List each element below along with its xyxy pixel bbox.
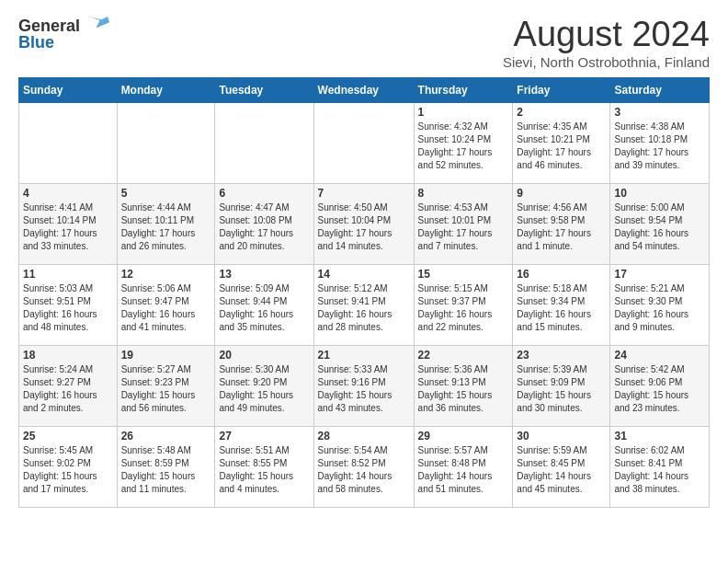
day-number: 8 xyxy=(418,187,509,200)
week-row-3: 11Sunrise: 5:03 AM Sunset: 9:51 PM Dayli… xyxy=(19,265,710,346)
day-info: Sunrise: 5:03 AM Sunset: 9:51 PM Dayligh… xyxy=(23,282,113,334)
day-info: Sunrise: 4:35 AM Sunset: 10:21 PM Daylig… xyxy=(517,121,606,172)
week-row-1: 1Sunrise: 4:32 AM Sunset: 10:24 PM Dayli… xyxy=(19,103,710,184)
day-number: 16 xyxy=(517,268,606,281)
calendar-cell: 6Sunrise: 4:47 AM Sunset: 10:08 PM Dayli… xyxy=(215,184,313,265)
day-info: Sunrise: 5:59 AM Sunset: 8:45 PM Dayligh… xyxy=(517,444,606,496)
day-number: 3 xyxy=(614,106,705,119)
day-info: Sunrise: 5:09 AM Sunset: 9:44 PM Dayligh… xyxy=(219,282,309,334)
day-header-thursday: Thursday xyxy=(414,78,513,103)
day-info: Sunrise: 5:15 AM Sunset: 9:37 PM Dayligh… xyxy=(418,282,509,334)
calendar-cell: 15Sunrise: 5:15 AM Sunset: 9:37 PM Dayli… xyxy=(414,265,513,346)
day-info: Sunrise: 4:50 AM Sunset: 10:04 PM Daylig… xyxy=(318,201,410,253)
calendar-cell: 27Sunrise: 5:51 AM Sunset: 8:55 PM Dayli… xyxy=(215,427,313,508)
calendar-cell: 30Sunrise: 5:59 AM Sunset: 8:45 PM Dayli… xyxy=(513,427,610,508)
day-info: Sunrise: 5:12 AM Sunset: 9:41 PM Dayligh… xyxy=(318,282,410,334)
day-number: 21 xyxy=(318,349,410,362)
day-header-saturday: Saturday xyxy=(610,78,710,103)
calendar-cell: 26Sunrise: 5:48 AM Sunset: 8:59 PM Dayli… xyxy=(117,427,215,508)
day-info: Sunrise: 5:24 AM Sunset: 9:27 PM Dayligh… xyxy=(23,363,113,415)
day-number: 9 xyxy=(517,187,606,200)
day-info: Sunrise: 5:06 AM Sunset: 9:47 PM Dayligh… xyxy=(121,282,211,334)
day-info: Sunrise: 5:21 AM Sunset: 9:30 PM Dayligh… xyxy=(614,282,705,334)
day-info: Sunrise: 4:41 AM Sunset: 10:14 PM Daylig… xyxy=(23,201,113,253)
svg-marker-1 xyxy=(97,17,109,28)
day-info: Sunrise: 6:02 AM Sunset: 8:41 PM Dayligh… xyxy=(614,444,705,496)
day-number: 23 xyxy=(517,349,606,362)
day-info: Sunrise: 4:44 AM Sunset: 10:11 PM Daylig… xyxy=(121,201,211,253)
day-header-monday: Monday xyxy=(117,78,215,103)
calendar-cell: 10Sunrise: 5:00 AM Sunset: 9:54 PM Dayli… xyxy=(610,184,710,265)
day-number: 7 xyxy=(318,187,410,200)
calendar-cell: 3Sunrise: 4:38 AM Sunset: 10:18 PM Dayli… xyxy=(610,103,710,184)
day-number: 13 xyxy=(219,268,309,281)
day-number: 19 xyxy=(121,349,211,362)
day-number: 20 xyxy=(219,349,309,362)
calendar-cell: 8Sunrise: 4:53 AM Sunset: 10:01 PM Dayli… xyxy=(414,184,513,265)
day-info: Sunrise: 5:45 AM Sunset: 9:02 PM Dayligh… xyxy=(23,444,113,496)
day-info: Sunrise: 5:48 AM Sunset: 8:59 PM Dayligh… xyxy=(121,444,211,496)
title-area: August 2024 Sievi, North Ostrobothnia, F… xyxy=(503,15,710,70)
calendar-cell: 23Sunrise: 5:39 AM Sunset: 9:09 PM Dayli… xyxy=(513,346,610,427)
calendar-cell xyxy=(117,103,215,184)
day-number: 1 xyxy=(418,106,509,119)
calendar-cell: 29Sunrise: 5:57 AM Sunset: 8:48 PM Dayli… xyxy=(414,427,513,508)
calendar-cell: 19Sunrise: 5:27 AM Sunset: 9:23 PM Dayli… xyxy=(117,346,215,427)
day-number: 5 xyxy=(121,187,211,200)
day-header-tuesday: Tuesday xyxy=(215,78,313,103)
day-info: Sunrise: 5:30 AM Sunset: 9:20 PM Dayligh… xyxy=(219,363,309,415)
day-header-wednesday: Wednesday xyxy=(313,78,414,103)
calendar-cell: 12Sunrise: 5:06 AM Sunset: 9:47 PM Dayli… xyxy=(117,265,215,346)
day-info: Sunrise: 5:57 AM Sunset: 8:48 PM Dayligh… xyxy=(418,444,509,496)
calendar-cell: 16Sunrise: 5:18 AM Sunset: 9:34 PM Dayli… xyxy=(513,265,610,346)
calendar-cell: 4Sunrise: 4:41 AM Sunset: 10:14 PM Dayli… xyxy=(19,184,118,265)
calendar-cell: 14Sunrise: 5:12 AM Sunset: 9:41 PM Dayli… xyxy=(313,265,414,346)
day-number: 28 xyxy=(318,430,410,442)
day-number: 25 xyxy=(23,430,113,442)
calendar-cell: 2Sunrise: 4:35 AM Sunset: 10:21 PM Dayli… xyxy=(513,103,610,184)
day-number: 10 xyxy=(614,187,705,200)
day-number: 31 xyxy=(614,430,705,442)
day-number: 4 xyxy=(23,187,113,200)
day-info: Sunrise: 5:54 AM Sunset: 8:52 PM Dayligh… xyxy=(318,444,410,496)
calendar-cell: 9Sunrise: 4:56 AM Sunset: 9:58 PM Daylig… xyxy=(513,184,610,265)
day-header-friday: Friday xyxy=(513,78,610,103)
calendar-cell: 24Sunrise: 5:42 AM Sunset: 9:06 PM Dayli… xyxy=(610,346,710,427)
day-number: 2 xyxy=(517,106,606,119)
week-row-2: 4Sunrise: 4:41 AM Sunset: 10:14 PM Dayli… xyxy=(19,184,710,265)
day-number: 11 xyxy=(23,268,113,281)
day-number: 26 xyxy=(121,430,211,442)
day-info: Sunrise: 5:33 AM Sunset: 9:16 PM Dayligh… xyxy=(318,363,410,415)
week-row-4: 18Sunrise: 5:24 AM Sunset: 9:27 PM Dayli… xyxy=(19,346,710,427)
day-info: Sunrise: 5:39 AM Sunset: 9:09 PM Dayligh… xyxy=(517,363,606,415)
logo-bird-icon xyxy=(82,15,109,37)
day-number: 22 xyxy=(418,349,509,362)
calendar-cell xyxy=(313,103,414,184)
week-row-5: 25Sunrise: 5:45 AM Sunset: 9:02 PM Dayli… xyxy=(19,427,710,508)
calendar-cell: 20Sunrise: 5:30 AM Sunset: 9:20 PM Dayli… xyxy=(215,346,313,427)
month-title: August 2024 xyxy=(503,15,710,54)
calendar-cell: 31Sunrise: 6:02 AM Sunset: 8:41 PM Dayli… xyxy=(610,427,710,508)
day-number: 30 xyxy=(517,430,606,442)
calendar-cell: 25Sunrise: 5:45 AM Sunset: 9:02 PM Dayli… xyxy=(19,427,118,508)
calendar-cell: 1Sunrise: 4:32 AM Sunset: 10:24 PM Dayli… xyxy=(414,103,513,184)
logo-blue: Blue xyxy=(18,33,54,52)
day-info: Sunrise: 5:27 AM Sunset: 9:23 PM Dayligh… xyxy=(121,363,211,415)
calendar-cell: 5Sunrise: 4:44 AM Sunset: 10:11 PM Dayli… xyxy=(117,184,215,265)
day-number: 18 xyxy=(23,349,113,362)
day-number: 12 xyxy=(121,268,211,281)
calendar-cell: 13Sunrise: 5:09 AM Sunset: 9:44 PM Dayli… xyxy=(215,265,313,346)
day-info: Sunrise: 5:42 AM Sunset: 9:06 PM Dayligh… xyxy=(614,363,705,415)
day-info: Sunrise: 4:47 AM Sunset: 10:08 PM Daylig… xyxy=(219,201,309,253)
calendar-cell: 21Sunrise: 5:33 AM Sunset: 9:16 PM Dayli… xyxy=(313,346,414,427)
day-info: Sunrise: 5:18 AM Sunset: 9:34 PM Dayligh… xyxy=(517,282,606,334)
calendar-table: SundayMondayTuesdayWednesdayThursdayFrid… xyxy=(18,77,710,508)
day-number: 14 xyxy=(318,268,410,281)
calendar-cell: 11Sunrise: 5:03 AM Sunset: 9:51 PM Dayli… xyxy=(19,265,118,346)
logo: General Blue xyxy=(18,15,109,52)
day-number: 24 xyxy=(614,349,705,362)
calendar-cell: 7Sunrise: 4:50 AM Sunset: 10:04 PM Dayli… xyxy=(313,184,414,265)
day-info: Sunrise: 5:51 AM Sunset: 8:55 PM Dayligh… xyxy=(219,444,309,496)
day-number: 27 xyxy=(219,430,309,442)
calendar-cell xyxy=(19,103,118,184)
